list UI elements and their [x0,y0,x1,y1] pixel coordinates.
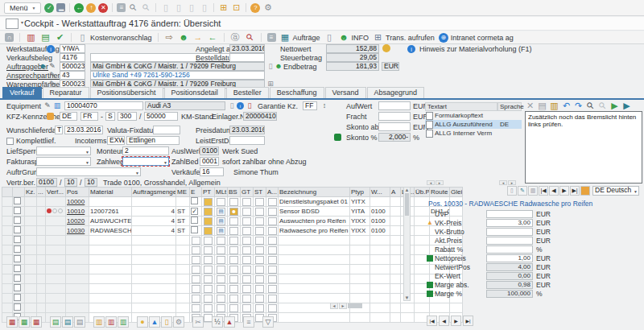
previous-page-icon[interactable]: ▯ [173,2,184,13]
table-row[interactable]: 10030RADWAESCHE4ST▤Radwaesche pro Reifen… [2,226,463,236]
column-header-GT[interactable]: GT [241,188,254,197]
position-link[interactable]: 10000 [67,198,85,205]
create-shortcut-icon[interactable]: ⊡ [231,2,242,13]
icon-cell[interactable] [229,266,238,274]
icon-cell[interactable] [242,237,251,245]
insert-line-icon[interactable]: ▦ [6,316,18,328]
incoterms-location-field[interactable]: Ettlingen [126,136,180,145]
st-cell[interactable] [255,198,264,206]
icon-cell[interactable] [268,295,277,303]
export-text-icon[interactable]: ▶ [621,101,632,111]
row-select-checkbox[interactable] [14,226,21,233]
kostenvoranschlag-button[interactable]: ▯Kostenvoranschlag [77,32,152,43]
edit-pencil-icon[interactable]: ✎ [48,62,56,70]
icon-cell[interactable] [204,304,213,312]
exit-icon[interactable]: ↑ [86,3,96,13]
next-page-icon[interactable]: ▯ [186,2,196,13]
info-icon[interactable]: i [47,45,55,53]
text-type-item[interactable]: ALLG Interner Verm [425,129,522,138]
table-vertical-scrollbar[interactable]: ▲▼ [403,187,411,301]
copy-text-icon[interactable]: ▤ [537,101,547,111]
column-header-ST[interactable]: ST [254,188,266,197]
reject-item-icon[interactable]: ▲ [224,316,235,328]
equipment-status-icon[interactable]: ▯ [246,101,254,109]
icon-cell[interactable] [255,285,264,293]
icon-cell[interactable] [268,256,277,264]
column-header-Auftragsmenge[interactable]: Auftragsmenge [132,188,176,197]
column-header-Ptyp[interactable]: Ptyp [350,188,370,197]
person-icon[interactable]: ☻ [275,62,283,70]
fakturasp-select[interactable]: ▼ [36,157,91,166]
save-icon[interactable]: ▂ [56,3,65,12]
plate-city-field[interactable]: FR [80,112,98,121]
etikett-checkbox[interactable] [191,226,198,233]
leisterstdat-field[interactable] [229,136,265,145]
chart-icon[interactable]: ▥ [53,101,61,109]
customize-icon[interactable]: ⚙ [262,2,273,13]
icon-cell[interactable] [217,304,225,312]
pricing-field[interactable] [486,245,533,254]
column-header-E[interactable]: E [190,188,202,197]
icon-cell[interactable] [229,304,238,312]
lock-icon[interactable]: ∩ [5,33,14,42]
column-header-W...[interactable]: W... [370,188,390,197]
first-text-icon[interactable]: |◀ [539,186,548,196]
icon-cell[interactable] [192,304,200,312]
mlt-cell[interactable]: ▤ [217,217,225,225]
filter-icon[interactable]: ▽ [262,316,274,328]
last-text-icon[interactable]: ▶| [570,186,580,196]
icon-cell[interactable] [255,237,264,245]
liefsperre-select[interactable]: ▼ [36,146,91,155]
plate-country-field[interactable]: DE [60,112,77,121]
column-header-PT[interactable]: PT [202,188,215,197]
warranty-field[interactable]: FF [303,101,317,110]
komplettlief-checkbox[interactable] [6,138,14,145]
textlist-scrollbar[interactable]: ◂▸ [427,180,496,185]
table-row[interactable] [2,303,463,313]
text-type-item[interactable]: Formularkopftext [425,111,522,120]
icon-cell[interactable] [217,246,225,254]
pricing-field[interactable] [486,228,533,236]
icon-cell[interactable] [255,266,264,274]
document-flow-icon[interactable]: ▯ [161,316,172,328]
row-select-checkbox[interactable] [14,274,21,282]
trans-aufrufen-button[interactable]: ⊞Trans. aufrufen [373,32,435,43]
icon-cell[interactable] [229,275,238,283]
window-icon[interactable]: ⊞ [373,32,383,43]
st-cell[interactable] [255,217,264,225]
zahlweg-select[interactable]: ▼ [122,157,169,166]
aufwert-field[interactable] [378,101,411,110]
delete-text-item-icon[interactable]: ▥ [528,186,538,196]
redo-icon[interactable]: ↷ [573,101,584,111]
prev-text-icon[interactable]: ◀ [549,186,559,196]
scroll-right-icon[interactable]: ▸ [339,303,347,309]
fracht-field[interactable] [378,112,411,121]
create-document-icon[interactable]: ▯ [228,101,236,109]
pricing-field[interactable] [486,237,533,245]
icon-cell[interactable] [192,285,200,293]
icon-cell[interactable] [217,285,225,293]
monteur-field[interactable]: 2 [122,146,169,155]
gt-cell[interactable] [242,227,251,235]
km-stand-field[interactable]: 50000 [144,112,178,121]
st-cell[interactable] [255,208,264,216]
sprache-column-header[interactable]: Sprache [497,102,522,111]
scrollbar-thumb[interactable] [405,193,409,216]
menu-button[interactable]: Menü▼ [4,2,41,14]
hint-info-icon[interactable]: i [407,45,415,53]
pt-cell[interactable] [204,208,213,216]
tab-besteller[interactable]: Besteller [226,87,269,98]
a-cell[interactable] [268,198,277,206]
auftrgrund-select[interactable]: ▼ [36,167,141,176]
table-row[interactable] [2,265,463,274]
text-type-item[interactable]: ALLG AuszuführendDE [425,120,522,129]
document-icon[interactable]: ▯ [77,32,88,43]
icon-cell[interactable] [255,275,264,283]
icon-cell[interactable] [217,256,225,264]
deselect-all-icon[interactable]: ▤ [62,316,73,328]
tab-reparatur[interactable]: Reparatur [43,87,89,98]
icon-cell[interactable] [268,304,277,312]
icon-cell[interactable] [255,246,264,254]
tab-positionsdetail[interactable]: Positionsdetail [164,87,225,98]
bs-cell[interactable]: ☻ [229,208,238,216]
